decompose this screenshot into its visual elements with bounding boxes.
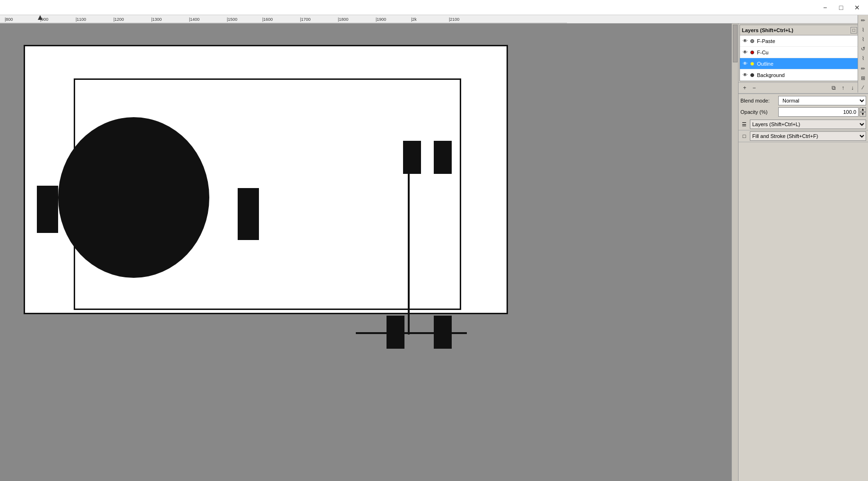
layer-name-background: Background (757, 72, 865, 78)
layers-panel-resize-btn[interactable]: □ (851, 27, 857, 34)
rt-icon-2[interactable]: ⌇ (859, 26, 868, 34)
layer-color-outline (750, 62, 754, 66)
layer-color-f-paste (750, 39, 754, 43)
pcb-pad-center (238, 188, 259, 240)
pcb-pad-top-right-1 (403, 141, 421, 174)
svg-text:|2100: |2100 (449, 17, 459, 22)
layer-toolbar: + − ⧉ ↑ ↓ ⇊ (739, 82, 868, 94)
right-icon-toolbar: ✏ ⌇ ⌇ ↺ ⌇ ✏ ⊞ ∕ (858, 24, 868, 93)
ruler-svg: |800 |900 |1100 |1200 |1300 |1400 |1500 … (0, 15, 868, 23)
svg-text:|1500: |1500 (227, 17, 237, 22)
layer-visibility-outline[interactable]: 👁 (742, 60, 748, 67)
svg-text:|1100: |1100 (76, 17, 86, 22)
rt-icon-5[interactable]: ⌇ (859, 54, 868, 62)
layers-dropdown-select[interactable]: Layers (Shift+Ctrl+L) (750, 120, 866, 129)
move-layer-down-button[interactable]: ↓ (848, 84, 857, 92)
layer-name-outline: Outline (757, 61, 865, 67)
blend-mode-select[interactable]: Normal (778, 96, 866, 105)
title-bar: − □ ✕ (0, 0, 868, 15)
canvas-area[interactable] (0, 24, 738, 481)
svg-text:|1800: |1800 (338, 17, 348, 22)
pcb-pad-bottom-right-1 (387, 316, 404, 349)
blend-mode-area: Blend mode: Normal Opacity (%) ▲ ▼ (739, 94, 868, 119)
maximize-button[interactable]: □ (834, 3, 848, 12)
pcb-component-circle (58, 117, 209, 278)
svg-text:|1300: |1300 (151, 17, 162, 22)
layers-dropdown-icon: ☰ (740, 120, 748, 128)
pcb-trace-container (356, 141, 498, 339)
svg-text:|1600: |1600 (262, 17, 273, 22)
right-panel: Layers (Shift+Ctrl+L) □ ✕ 👁 F-Paste 👁 F-… (738, 24, 868, 481)
svg-text:|1700: |1700 (300, 17, 310, 22)
opacity-label: Opacity (%) (740, 109, 778, 115)
layer-visibility-background[interactable]: 👁 (742, 72, 748, 78)
move-layer-up-button[interactable]: ↑ (839, 84, 847, 92)
opacity-spin-up[interactable]: ▲ (859, 107, 866, 112)
fill-stroke-dropdown-row: □ Fill and Stroke (Shift+Ctrl+F) (739, 130, 868, 142)
pcb-pad-left (37, 186, 58, 233)
rt-icon-1[interactable]: ✏ (859, 24, 868, 25)
svg-rect-0 (0, 15, 868, 23)
blend-mode-label: Blend mode: (740, 98, 778, 103)
svg-text:|1400: |1400 (189, 17, 199, 22)
opacity-spinners: ▲ ▼ (859, 107, 866, 117)
rt-icon-8[interactable]: ∕ (859, 83, 868, 92)
layer-color-f-cu (750, 51, 754, 54)
rt-icon-7[interactable]: ⊞ (859, 74, 868, 82)
svg-text:|1900: |1900 (376, 17, 386, 22)
fill-stroke-icon: □ (740, 132, 748, 140)
blend-mode-row: Blend mode: Normal (740, 96, 866, 105)
remove-layer-button[interactable]: − (750, 84, 758, 92)
duplicate-layer-button[interactable]: ⧉ (829, 84, 838, 92)
rt-icon-3[interactable]: ⌇ (859, 35, 868, 43)
close-button[interactable]: ✕ (850, 3, 864, 12)
layer-item-f-paste[interactable]: 👁 F-Paste (740, 35, 867, 47)
layer-name-f-cu: F-Cu (757, 50, 865, 55)
pcb-trace-vertical (408, 169, 410, 335)
opacity-row: Opacity (%) ▲ ▼ (740, 107, 866, 117)
minimize-button[interactable]: − (818, 3, 832, 12)
layer-item-background[interactable]: 👁 Background (740, 69, 867, 81)
layer-name-f-paste: F-Paste (757, 38, 865, 44)
svg-text:|1200: |1200 (113, 17, 124, 22)
layer-item-f-cu[interactable]: 👁 F-Cu (740, 47, 867, 58)
opacity-spin-down[interactable]: ▼ (859, 112, 866, 117)
pcb-pad-top-right-2 (434, 141, 452, 174)
layer-color-background (750, 73, 754, 77)
rt-icon-6[interactable]: ✏ (859, 64, 868, 73)
scrollbar-thumb[interactable] (733, 25, 738, 62)
pcb-pad-bottom-right-2 (434, 316, 452, 349)
pcb-board (24, 45, 508, 314)
opacity-input[interactable] (778, 107, 859, 117)
horizontal-ruler: |800 |900 |1100 |1200 |1300 |1400 |1500 … (0, 15, 868, 24)
window-controls: − □ ✕ (818, 3, 864, 12)
layers-panel: Layers (Shift+Ctrl+L) □ ✕ 👁 F-Paste 👁 F-… (739, 25, 867, 81)
svg-text:|800: |800 (5, 17, 13, 22)
add-layer-button[interactable]: + (740, 84, 749, 92)
layer-visibility-f-cu[interactable]: 👁 (742, 49, 748, 56)
layers-panel-header: Layers (Shift+Ctrl+L) □ ✕ (740, 25, 867, 35)
fill-stroke-select[interactable]: Fill and Stroke (Shift+Ctrl+F) (750, 131, 866, 141)
layer-visibility-f-paste[interactable]: 👁 (742, 38, 748, 44)
main-area: Layers (Shift+Ctrl+L) □ ✕ 👁 F-Paste 👁 F-… (0, 24, 868, 481)
vertical-scrollbar[interactable] (731, 24, 738, 481)
layer-item-outline[interactable]: 👁 Outline (740, 58, 867, 69)
svg-text:|2k: |2k (411, 17, 417, 22)
layers-dropdown-row: ☰ Layers (Shift+Ctrl+L) (739, 119, 868, 130)
rt-icon-4[interactable]: ↺ (859, 44, 868, 53)
layer-list: 👁 F-Paste 👁 F-Cu 👁 Outline (740, 35, 867, 81)
layers-panel-title: Layers (Shift+Ctrl+L) (742, 27, 850, 33)
